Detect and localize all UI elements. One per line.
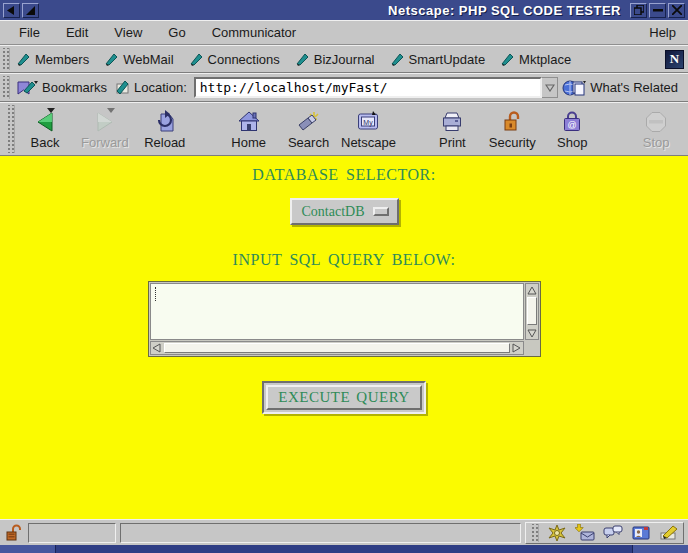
whats-related-button[interactable]: What's Related: [558, 77, 682, 99]
svg-text:@: @: [568, 120, 577, 130]
whats-related-globe-icon: [562, 79, 586, 97]
composer-icon[interactable]: [658, 524, 680, 542]
nav-label: Netscape: [341, 135, 396, 150]
back-history-tick: [47, 108, 55, 113]
scroll-right-arrow-icon[interactable]: [511, 342, 523, 354]
address-book-icon[interactable]: [630, 524, 652, 542]
forward-icon: [93, 108, 117, 134]
throbber-letter: N: [670, 51, 679, 67]
bookmarks-icon: [16, 79, 38, 96]
scroll-down-arrow-icon[interactable]: [526, 327, 538, 339]
personal-item-mktplace[interactable]: Mktplace: [496, 50, 576, 69]
url-history-dropdown-button[interactable]: [542, 77, 558, 98]
svg-text:My: My: [364, 119, 374, 127]
personal-item-label: BizJournal: [314, 52, 375, 67]
window-frame-bottom: [0, 545, 688, 553]
nav-label: Search: [288, 135, 329, 150]
nav-label: Print: [439, 135, 466, 150]
my-netscape-icon: My: [356, 108, 380, 134]
toolbar-grip[interactable]: [1, 48, 10, 70]
execute-query-button-frame: EXECUTE QUERY: [262, 381, 425, 414]
menu-help[interactable]: Help: [643, 22, 682, 43]
execute-query-button[interactable]: EXECUTE QUERY: [266, 385, 421, 410]
personal-item-label: SmartUpdate: [409, 52, 486, 67]
shop-button[interactable]: @ Shop: [544, 104, 600, 154]
frame-bottom-middle: [55, 545, 633, 553]
sql-query-textarea-widget: [148, 281, 541, 357]
menu-bar: File Edit View Go Communicator Help: [0, 20, 688, 45]
bookmarks-label: Bookmarks: [42, 80, 107, 95]
nav-label: Reload: [144, 135, 185, 150]
option-menu-indicator: [373, 207, 389, 216]
minimize-icon: [653, 5, 663, 15]
stop-button[interactable]: Stop: [628, 104, 684, 154]
toolbar-grip[interactable]: [6, 105, 15, 153]
window-shade-button[interactable]: [22, 3, 39, 18]
nav-label: Shop: [557, 135, 587, 150]
horizontal-scrollbar[interactable]: [150, 341, 524, 355]
nav-label: Security: [489, 135, 536, 150]
personal-item-label: Mktplace: [519, 52, 571, 67]
resize-corner-right[interactable]: [633, 545, 688, 553]
toolbar-grip[interactable]: [1, 76, 10, 99]
netscape-throbber-icon[interactable]: N: [665, 50, 684, 69]
home-icon: [237, 108, 261, 134]
scroll-left-arrow-icon[interactable]: [151, 342, 163, 354]
home-button[interactable]: Home: [221, 104, 277, 154]
shop-bag-icon: @: [560, 108, 584, 134]
minimize-button[interactable]: [649, 3, 666, 18]
database-selector-heading: DATABASE SELECTOR:: [252, 166, 435, 184]
inbox-mail-icon[interactable]: [574, 524, 596, 542]
resize-corner-left[interactable]: [0, 545, 55, 553]
url-input[interactable]: [194, 77, 542, 98]
title-bar: Netscape: PHP SQL CODE TESTER: [0, 0, 688, 20]
discussions-icon[interactable]: [602, 524, 624, 542]
bookmark-pen-icon: [105, 52, 119, 66]
forward-history-tick: [107, 108, 115, 113]
vertical-scrollbar[interactable]: [525, 283, 539, 340]
personal-toolbar: Members WebMail Connections BizJournal S…: [0, 45, 688, 73]
menu-go[interactable]: Go: [155, 22, 198, 43]
back-button[interactable]: Back: [17, 104, 73, 154]
menu-edit[interactable]: Edit: [53, 22, 101, 43]
personal-item-label: Members: [35, 52, 89, 67]
location-proxy-icon-button[interactable]: Location:: [111, 78, 191, 97]
security-button[interactable]: Security: [484, 104, 540, 154]
personal-item-webmail[interactable]: WebMail: [100, 50, 178, 69]
print-icon: [440, 108, 464, 134]
bookmarks-menu-button[interactable]: Bookmarks: [12, 77, 111, 98]
close-button[interactable]: [668, 3, 685, 18]
forward-button[interactable]: Forward: [77, 104, 133, 154]
search-button[interactable]: Search: [281, 104, 337, 154]
personal-item-members[interactable]: Members: [12, 50, 94, 69]
menu-communicator[interactable]: Communicator: [199, 22, 310, 43]
personal-item-bizjournal[interactable]: BizJournal: [291, 50, 380, 69]
navigator-icon[interactable]: [546, 524, 568, 542]
chevron-down-icon: [545, 84, 555, 92]
browser-page-content: DATABASE SELECTOR: ContactDB INPUT SQL Q…: [0, 156, 688, 519]
restore-button[interactable]: [630, 3, 647, 18]
back-icon: [33, 108, 57, 134]
security-status-lock-icon[interactable]: [4, 524, 24, 542]
reload-button[interactable]: Reload: [137, 104, 193, 154]
netscape-button[interactable]: My Netscape: [341, 104, 397, 154]
progress-panel: [28, 523, 116, 543]
scroll-up-arrow-icon[interactable]: [526, 284, 538, 296]
reload-icon: [153, 108, 177, 134]
vertical-scroll-thumb[interactable]: [527, 297, 537, 325]
security-lock-icon: [500, 108, 524, 134]
window-title: Netscape: PHP SQL CODE TESTER: [388, 3, 621, 18]
print-button[interactable]: Print: [424, 104, 480, 154]
horizontal-scroll-thumb[interactable]: [164, 343, 510, 353]
personal-item-connections[interactable]: Connections: [185, 50, 285, 69]
component-bar-grip[interactable]: [530, 524, 539, 542]
menu-file[interactable]: File: [6, 22, 53, 43]
personal-item-smartupdate[interactable]: SmartUpdate: [386, 50, 491, 69]
menu-view[interactable]: View: [101, 22, 155, 43]
sql-query-textarea[interactable]: [150, 283, 524, 340]
component-bar: [525, 522, 684, 544]
window-menu-button[interactable]: [3, 3, 20, 18]
personal-item-label: Connections: [208, 52, 280, 67]
database-selected-value: ContactDB: [302, 204, 365, 220]
database-select-dropdown[interactable]: ContactDB: [290, 198, 399, 225]
